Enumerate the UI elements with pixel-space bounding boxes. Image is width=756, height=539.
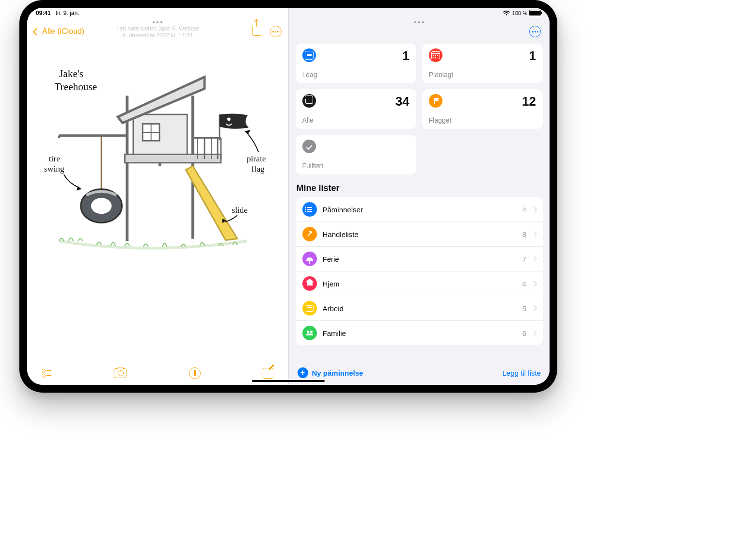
list-count: 8: [522, 230, 526, 238]
list-row[interactable]: Ferie7: [296, 247, 543, 271]
new-reminder-button[interactable]: + Ny påminnelse: [298, 367, 363, 378]
camera-icon: [114, 368, 126, 378]
draw-tire2: swing: [44, 164, 64, 174]
chevron-right-icon: [531, 281, 536, 286]
svg-rect-3: [125, 154, 221, 162]
section-my-lists: Mine lister: [289, 174, 550, 197]
list-row[interactable]: Påminnelser4: [296, 197, 543, 222]
list-count: 6: [522, 329, 526, 337]
draw-tire1: tire: [49, 154, 60, 163]
list-icon: [302, 301, 317, 316]
draw-title1: Jake's: [59, 68, 83, 79]
list-name: Familie: [323, 329, 517, 337]
card-completed[interactable]: Fullført: [296, 135, 416, 174]
flag-icon: [429, 94, 442, 108]
status-bar: 09:41 tir. 9. jan. 100 %: [27, 8, 550, 20]
smart-lists: 1 I dag 1 Planlagt 34: [289, 44, 550, 174]
list-row[interactable]: Arbeid5: [296, 296, 543, 321]
svg-marker-24: [244, 130, 251, 134]
list-name: Hjem: [323, 280, 517, 288]
list-name: Arbeid: [323, 304, 517, 313]
calendar-icon: [429, 48, 442, 62]
battery-pct: 100 %: [512, 10, 527, 16]
pencil-circle-icon: [189, 367, 201, 379]
chevron-right-icon: [531, 231, 536, 237]
svg-point-22: [227, 117, 231, 121]
list-count: 4: [522, 206, 526, 214]
ipad-frame: 09:41 tir. 9. jan. 100 % Alle (iCloud): [19, 0, 557, 393]
notes-pane: Alle (iCloud) I en note sletter Jake A. …: [27, 8, 288, 385]
draw-pirate2: flag: [252, 164, 265, 174]
note-drawing[interactable]: Jake's Treehouse tire swing pirate flag …: [31, 44, 284, 362]
list-icon: [302, 202, 317, 217]
checkmark-icon: [302, 140, 316, 153]
chevron-right-icon: [531, 330, 536, 335]
reminders-pane: 1 I dag 1 Planlagt 34: [289, 8, 550, 385]
status-time: 09:41: [36, 10, 51, 16]
tray-icon: [302, 94, 316, 108]
list-icon: [302, 276, 317, 291]
list-icon: [302, 252, 317, 266]
list-icon: [302, 326, 317, 340]
share-icon: [252, 26, 261, 36]
new-reminder-label: Ny påminnelse: [312, 369, 363, 377]
compose-icon: [263, 368, 273, 379]
chevron-right-icon: [531, 206, 536, 212]
card-flagged[interactable]: 12 Flagget: [422, 89, 543, 129]
list-count: 4: [522, 280, 526, 288]
splitview-handle-right[interactable]: [414, 21, 424, 23]
svg-rect-10: [133, 114, 187, 154]
list-count: 5: [522, 304, 526, 313]
chevron-right-icon: [531, 305, 536, 311]
plus-circle-icon: +: [298, 367, 308, 378]
svg-point-19: [91, 198, 112, 214]
my-lists: Påminnelser4Handleliste8Ferie7Hjem4Arbei…: [296, 197, 543, 345]
notes-toolbar: [27, 362, 288, 385]
card-all[interactable]: 34 Alle: [296, 89, 416, 129]
card-today[interactable]: 1 I dag: [296, 44, 416, 83]
reminders-toolbar: + Ny påminnelse Legg til liste: [289, 361, 550, 385]
status-date: tir. 9. jan.: [56, 10, 79, 16]
splitview-handle-left[interactable]: [153, 21, 162, 23]
calendar-today-icon: [302, 48, 316, 62]
screen: 09:41 tir. 9. jan. 100 % Alle (iCloud): [27, 8, 550, 385]
reminders-more-button[interactable]: [529, 26, 541, 37]
compose-button[interactable]: [263, 368, 273, 379]
chevron-right-icon: [531, 256, 536, 261]
list-row[interactable]: Hjem4: [296, 271, 543, 296]
list-count: 7: [522, 255, 526, 263]
checklist-icon: [42, 369, 51, 378]
wifi-icon: [503, 10, 510, 16]
list-name: Handleliste: [323, 230, 517, 238]
list-row[interactable]: Handleliste8: [296, 222, 543, 247]
home-indicator[interactable]: [252, 380, 325, 382]
list-row[interactable]: Familie6: [296, 321, 543, 345]
list-name: Påminnelser: [323, 206, 517, 214]
draw-slide: slide: [232, 205, 248, 215]
draw-title2: Treehouse: [54, 81, 97, 93]
battery-icon: [529, 10, 541, 16]
add-list-button[interactable]: Legg til liste: [503, 369, 541, 377]
card-scheduled[interactable]: 1 Planlagt: [422, 44, 543, 83]
list-icon: [302, 227, 317, 241]
note-edit-subtitle: I en note sletter Jake A. Webber 8. dese…: [27, 25, 288, 41]
checklist-button[interactable]: [42, 369, 51, 378]
camera-button[interactable]: [114, 368, 126, 378]
markup-button[interactable]: [189, 367, 201, 379]
draw-pirate1: pirate: [247, 154, 266, 163]
list-name: Ferie: [323, 255, 517, 263]
